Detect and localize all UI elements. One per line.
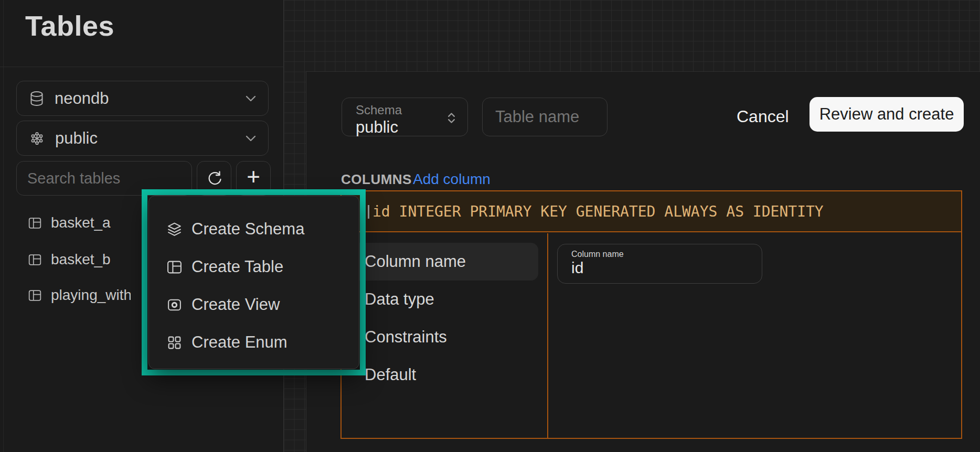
table-name: basket_b (51, 251, 111, 268)
view-icon (166, 297, 183, 313)
database-select-value: neondb (55, 89, 109, 108)
refresh-icon (206, 170, 222, 187)
table-list-item[interactable]: basket_b (28, 247, 111, 272)
menu-item-create-enum[interactable]: Create Enum (149, 324, 359, 361)
create-menu: Create Schema Create Table Create View (148, 196, 359, 369)
add-column-link[interactable]: Add column (413, 171, 491, 188)
database-icon (29, 91, 44, 106)
enum-icon (166, 335, 183, 351)
table-icon (28, 253, 42, 267)
search-input[interactable] (16, 161, 192, 196)
column-sql-text: id INTEGER PRIMARY KEY GENERATED ALWAYS … (372, 203, 824, 220)
table-name: playing_with_n (51, 287, 131, 304)
tab-constraints[interactable]: Constraints (351, 318, 538, 356)
table-list-item[interactable]: playing_with_n (28, 283, 131, 308)
chevron-down-icon (245, 95, 257, 102)
menu-item-create-table[interactable]: Create Table (149, 248, 359, 286)
menu-item-label: Create View (191, 295, 280, 314)
table-name-input[interactable] (482, 98, 608, 136)
column-tabs: Column name Data type Constraints Defaul… (342, 233, 548, 438)
table-icon (28, 288, 42, 303)
review-and-create-button[interactable]: Review and create (809, 97, 964, 132)
tab-default[interactable]: Default (351, 356, 538, 394)
column-name-field-label: Column name (571, 250, 624, 259)
tab-data-type[interactable]: Data type (351, 281, 538, 318)
layers-icon (166, 221, 183, 238)
chevron-up-down-icon (447, 112, 456, 124)
window-left-edge (3, 0, 4, 452)
table-name: basket_a (51, 214, 111, 231)
database-select[interactable]: neondb (16, 81, 269, 116)
table-list-item[interactable]: basket_a (28, 210, 111, 235)
columns-heading: COLUMNS (341, 171, 412, 188)
schema-select[interactable]: public (16, 121, 269, 156)
column-name-input[interactable] (571, 259, 744, 277)
column-name-field[interactable]: Column name (557, 244, 762, 284)
table-icon (166, 259, 183, 275)
menu-item-label: Create Table (191, 257, 283, 276)
refresh-button[interactable] (197, 161, 231, 196)
drag-handle-icon (368, 205, 369, 219)
cancel-button[interactable]: Cancel (726, 101, 800, 132)
schema-field[interactable]: Schema public (342, 98, 468, 136)
menu-item-label: Create Enum (191, 333, 287, 352)
column-editor-body: Column name Data type Constraints Defaul… (342, 233, 961, 438)
menu-item-create-schema[interactable]: Create Schema (149, 210, 359, 248)
schema-icon (29, 131, 45, 146)
tab-column-name[interactable]: Column name (351, 243, 538, 281)
create-table-panel: Schema public Cancel Review and create C… (306, 71, 980, 452)
schema-select-value: public (55, 129, 98, 148)
column-form: Column name (548, 233, 961, 438)
column-sql-row[interactable]: id INTEGER PRIMARY KEY GENERATED ALWAYS … (342, 191, 961, 232)
chevron-down-icon (245, 135, 257, 142)
plus-icon: + (247, 165, 260, 188)
page-title: Tables (25, 9, 114, 42)
sidebar-divider (0, 67, 284, 67)
add-table-button[interactable]: + (236, 161, 271, 196)
menu-item-label: Create Schema (191, 220, 304, 239)
column-editor-panel: id INTEGER PRIMARY KEY GENERATED ALWAYS … (340, 190, 962, 439)
table-icon (28, 216, 42, 230)
menu-item-create-view[interactable]: Create View (149, 286, 359, 324)
